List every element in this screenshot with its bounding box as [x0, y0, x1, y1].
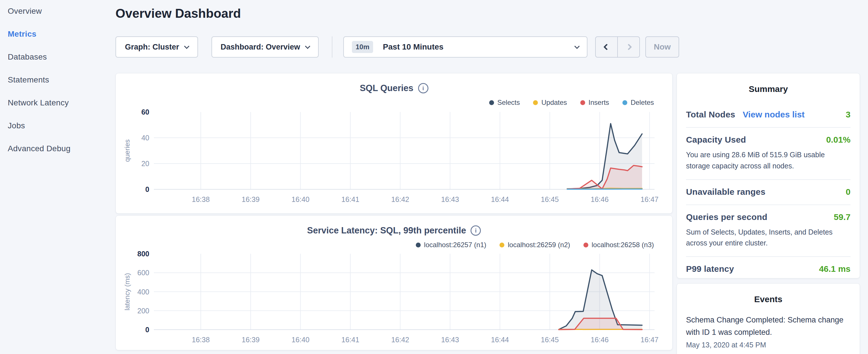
time-range-selector[interactable]: 10m Past 10 Minutes: [343, 36, 587, 58]
sidebar-item-metrics[interactable]: Metrics: [8, 29, 70, 39]
svg-text:16:39: 16:39: [242, 195, 260, 203]
svg-text:0: 0: [145, 185, 149, 193]
controls-divider: [332, 36, 333, 58]
sidebar-item-network-latency[interactable]: Network Latency: [8, 98, 70, 108]
svg-text:20: 20: [141, 160, 149, 167]
sidebar-item-databases[interactable]: Databases: [8, 52, 70, 62]
events-title: Events: [677, 284, 860, 304]
svg-text:queries: queries: [123, 139, 131, 162]
capacity-used-label: Capacity Used: [686, 135, 746, 144]
now-button[interactable]: Now: [645, 36, 679, 58]
chevron-right-icon: [625, 44, 632, 51]
event-timestamp: May 13, 2020 at 4:45 PM: [686, 341, 850, 349]
svg-text:16:40: 16:40: [291, 336, 309, 344]
svg-text:0: 0: [145, 326, 149, 334]
summary-panel: Summary Total Nodes View nodes list 3 Ca…: [677, 73, 860, 279]
svg-text:16:47: 16:47: [641, 195, 658, 203]
queries-per-second-value: 59.7: [834, 212, 850, 222]
unavailable-ranges-label: Unavailable ranges: [686, 187, 766, 197]
event-text: Schema Change Completed: Schema change w…: [686, 314, 850, 339]
sidebar-item-statements[interactable]: Statements: [8, 75, 70, 85]
svg-text:16:38: 16:38: [192, 336, 210, 344]
svg-text:16:42: 16:42: [391, 336, 409, 344]
unavailable-ranges-value: 0: [846, 187, 850, 197]
time-range-label: Past 10 Minutes: [383, 42, 443, 52]
view-nodes-list-link[interactable]: View nodes list: [743, 110, 805, 120]
queries-per-second-label: Queries per second: [686, 212, 767, 222]
svg-text:200: 200: [137, 307, 149, 315]
sidebar-item-overview[interactable]: Overview: [8, 6, 70, 16]
chart-plot: 16:3816:3916:4016:4116:4216:4316:4416:45…: [116, 73, 673, 215]
dashboard-dropdown[interactable]: Dashboard: Overview: [212, 36, 319, 58]
svg-text:16:41: 16:41: [341, 195, 359, 203]
queries-per-second-description: Sum of Selects, Updates, Inserts, and De…: [686, 227, 850, 249]
svg-text:16:47: 16:47: [641, 336, 658, 344]
svg-text:16:39: 16:39: [242, 336, 260, 344]
total-nodes-label: Total Nodes: [686, 110, 735, 120]
time-step-back-button[interactable]: [596, 37, 618, 57]
dashboard-dropdown-label: Dashboard: Overview: [221, 43, 300, 52]
event-list-item[interactable]: Schema Change Completed: Schema change w…: [686, 314, 850, 349]
svg-text:40: 40: [141, 134, 149, 142]
svg-text:60: 60: [141, 108, 149, 116]
page-title: Overview Dashboard: [116, 6, 241, 21]
sql-queries-chart-card: SQL Queries i SelectsUpdatesInsertsDelet…: [116, 73, 673, 214]
graph-scope-dropdown-label: Graph: Cluster: [125, 43, 179, 52]
svg-text:16:43: 16:43: [441, 195, 459, 203]
svg-text:16:44: 16:44: [491, 336, 509, 344]
chevron-down-icon: [574, 43, 580, 49]
time-step-buttons: [595, 36, 640, 58]
svg-text:16:43: 16:43: [441, 336, 459, 344]
sidebar: Overview Metrics Databases Statements Ne…: [8, 6, 70, 154]
chevron-down-icon: [184, 43, 189, 49]
time-step-forward-button[interactable]: [618, 37, 639, 57]
graph-scope-dropdown[interactable]: Graph: Cluster: [116, 36, 198, 58]
chart-plot: 16:3816:3916:4016:4116:4216:4316:4416:45…: [116, 216, 673, 352]
sidebar-item-jobs[interactable]: Jobs: [8, 121, 70, 131]
total-nodes-value: 3: [846, 110, 850, 120]
capacity-used-value: 0.01%: [826, 135, 850, 144]
svg-text:800: 800: [137, 250, 149, 258]
svg-text:16:44: 16:44: [491, 195, 509, 203]
svg-text:16:45: 16:45: [541, 336, 559, 344]
summary-title: Summary: [677, 73, 860, 94]
svg-text:16:46: 16:46: [591, 336, 609, 344]
service-latency-chart-card: Service Latency: SQL, 99th percentile i …: [116, 215, 673, 350]
p99-latency-value: 46.1 ms: [819, 264, 850, 274]
events-panel: Events Schema Change Completed: Schema c…: [677, 283, 860, 354]
chevron-down-icon: [305, 43, 310, 49]
time-range-badge: 10m: [352, 41, 373, 53]
chevron-left-icon: [603, 44, 610, 51]
svg-text:16:40: 16:40: [291, 195, 309, 203]
sidebar-item-advanced-debug[interactable]: Advanced Debug: [8, 144, 70, 154]
svg-text:16:41: 16:41: [341, 336, 359, 344]
svg-text:16:45: 16:45: [541, 195, 559, 203]
svg-text:latency (ms): latency (ms): [123, 273, 131, 311]
p99-latency-label: P99 latency: [686, 264, 734, 274]
svg-text:400: 400: [137, 288, 149, 296]
svg-text:16:46: 16:46: [591, 195, 609, 203]
svg-text:16:38: 16:38: [192, 195, 210, 203]
capacity-used-description: You are using 28.6 MiB of 515.9 GiB usab…: [686, 149, 850, 171]
svg-text:16:42: 16:42: [391, 195, 409, 203]
svg-text:600: 600: [137, 269, 149, 277]
